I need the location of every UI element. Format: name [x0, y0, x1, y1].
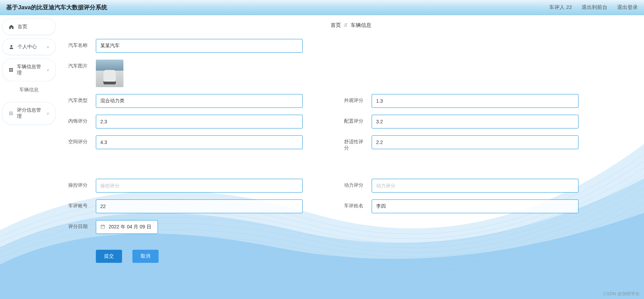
sidebar-item-label: 车辆信息	[19, 87, 39, 93]
dots-grid-icon	[9, 111, 13, 116]
submit-button[interactable]: 提交	[96, 250, 122, 263]
label-power: 动力评分	[344, 179, 365, 188]
input-config[interactable]	[372, 115, 578, 128]
row-reviewer-account: 车评账号	[68, 199, 303, 213]
sidebar-item-rating-mgmt[interactable]: 评分信息管理 ∨	[2, 102, 56, 125]
row-power: 动力评分	[344, 179, 578, 193]
home-icon	[9, 24, 14, 30]
header-bar: 基于Java的比亚迪汽车大数据评分系统 车评人 22 退出到前台 退出登录	[0, 0, 644, 15]
svg-point-6	[11, 112, 11, 112]
label-config: 配置评分	[344, 115, 365, 124]
svg-point-9	[11, 113, 11, 114]
input-rating-date[interactable]: 2022 年 04 月 09 日	[96, 220, 158, 234]
label-exterior: 外观评分	[344, 94, 365, 104]
label-rating-date: 评分日期	[68, 220, 90, 230]
row-space: 空间评分	[68, 135, 303, 151]
row-reviewer-name: 车评姓名	[344, 199, 578, 213]
input-car-name[interactable]	[96, 39, 303, 53]
grid-icon	[9, 67, 13, 73]
svg-point-7	[12, 112, 13, 112]
input-exterior[interactable]	[372, 94, 578, 108]
row-control: 操控评分	[68, 179, 303, 193]
logout-to-front-link[interactable]: 退出到前台	[582, 4, 607, 11]
car-image-thumbnail[interactable]	[96, 60, 123, 87]
sidebar-item-home[interactable]: 首页	[2, 19, 56, 35]
svg-point-5	[9, 112, 10, 112]
label-control: 操控评分	[68, 179, 90, 188]
input-reviewer-account[interactable]	[96, 199, 303, 213]
row-car-type: 汽车类型	[68, 94, 303, 108]
svg-point-0	[10, 45, 12, 47]
label-reviewer-name: 车评姓名	[344, 199, 365, 209]
sidebar-item-label: 评分信息管理	[17, 107, 43, 120]
input-car-type[interactable]	[96, 94, 303, 108]
form-grid: 汽车名称 汽车图片 汽车类型 外观评分 内饰评分 配置评	[68, 39, 578, 263]
sidebar-item-label: 首页	[18, 24, 27, 30]
svg-rect-3	[9, 70, 11, 72]
chevron-down-icon: ∨	[47, 111, 49, 116]
svg-point-12	[11, 114, 11, 115]
input-comfort[interactable]	[372, 135, 578, 149]
sidebar-item-label: 个人中心	[18, 44, 37, 50]
cancel-button[interactable]: 取消	[132, 250, 159, 263]
svg-rect-4	[11, 70, 13, 72]
chevron-down-icon: ∨	[47, 45, 49, 49]
breadcrumb-current: 车辆信息	[351, 22, 371, 28]
header-user-label[interactable]: 车评人 22	[549, 4, 572, 11]
watermark: CSDN @加映学长	[603, 291, 640, 297]
label-comfort: 舒适性评分	[344, 135, 365, 151]
sidebar-item-vehicle-info[interactable]: 车辆信息	[2, 81, 56, 99]
label-car-type: 汽车类型	[68, 94, 90, 104]
svg-point-13	[12, 114, 13, 115]
date-value: 2022 年 04 月 09 日	[109, 224, 151, 230]
breadcrumb: 首页 // 车辆信息	[68, 22, 634, 29]
row-car-name: 汽车名称	[68, 39, 303, 53]
svg-point-11	[9, 114, 10, 115]
row-exterior: 外观评分	[344, 94, 578, 108]
header-links: 车评人 22 退出到前台 退出登录	[549, 4, 638, 11]
button-row: 提交 取消	[68, 250, 578, 263]
input-control[interactable]	[96, 179, 303, 193]
label-space: 空间评分	[68, 135, 90, 145]
breadcrumb-separator: //	[344, 22, 347, 28]
label-reviewer-account: 车评账号	[68, 199, 90, 209]
row-config: 配置评分	[344, 115, 578, 128]
app-title: 基于Java的比亚迪汽车大数据评分系统	[6, 3, 549, 11]
svg-rect-1	[9, 68, 11, 70]
input-reviewer-name[interactable]	[372, 199, 578, 213]
label-interior: 内饰评分	[68, 115, 90, 124]
svg-rect-14	[101, 225, 105, 228]
label-car-image: 汽车图片	[68, 60, 90, 69]
calendar-icon	[100, 224, 105, 230]
input-space[interactable]	[96, 135, 303, 149]
user-icon	[9, 44, 14, 50]
label-car-name: 汽车名称	[68, 39, 90, 49]
sidebar-item-vehicle-mgmt[interactable]: 车辆信息管理 ∨	[2, 59, 56, 81]
chevron-down-icon: ∨	[47, 68, 49, 72]
row-car-image: 汽车图片	[68, 60, 303, 87]
breadcrumb-home[interactable]: 首页	[331, 22, 341, 28]
row-interior: 内饰评分	[68, 115, 303, 128]
svg-point-10	[12, 113, 13, 114]
svg-point-8	[9, 113, 10, 114]
logout-link[interactable]: 退出登录	[617, 4, 638, 11]
input-power[interactable]	[372, 179, 578, 193]
svg-rect-2	[11, 68, 13, 70]
sidebar-item-label: 车辆信息管理	[17, 64, 43, 76]
row-comfort: 舒适性评分	[344, 135, 578, 151]
main-content: 首页 // 车辆信息 汽车名称 汽车图片 汽车类型 外观评分	[58, 15, 644, 299]
input-interior[interactable]	[96, 115, 303, 128]
sidebar: 首页 个人中心 ∨ 车辆信息管理 ∨ 车辆信息 评分信息管理 ∨	[0, 15, 58, 299]
row-rating-date: 评分日期 2022 年 04 月 09 日	[68, 220, 303, 234]
sidebar-item-personal[interactable]: 个人中心 ∨	[2, 39, 56, 55]
